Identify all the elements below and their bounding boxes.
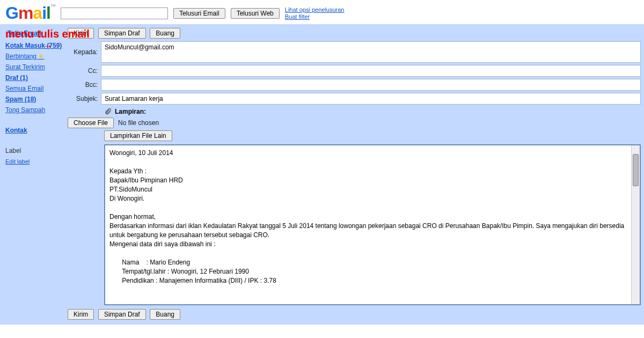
save-draft-button-bottom[interactable]: Simpan Draf [98,309,146,320]
sidebar-trash[interactable]: Tong Sampah [5,105,64,115]
sidebar-all[interactable]: Semua Email [5,83,64,94]
sidebar-sent[interactable]: Surat Terkirim [5,62,64,72]
annotation-label: menu tulis email [5,28,90,40]
message-body[interactable]: Wonogiri, 10 Juli 2014 Kepada Yth : Bapa… [105,145,631,304]
subject-label: Subjek: [68,95,101,102]
sidebar-contacts[interactable]: Kontak [5,125,64,136]
labels-header: Label [5,147,21,155]
gmail-logo: Gmail™ [5,3,55,23]
header-links: Lihat opsi penelusuran Buat filter [285,6,345,20]
annotation-arrow-icon: → [43,41,53,52]
sidebar-spam[interactable]: Spam (18) [5,94,64,105]
message-body-container: Wonogiri, 10 Juli 2014 Kepada Yth : Bapa… [104,144,641,305]
attach-more-button[interactable]: Lampirkan File Lain [104,130,172,141]
discard-button[interactable]: Buang [150,28,180,39]
header: Gmail™ Telusuri Email Telusuri Web Lihat… [0,0,644,24]
attachment-label: Lampiran: [115,108,146,115]
search-input[interactable] [61,8,168,19]
discard-button-bottom[interactable]: Buang [150,309,180,320]
to-label: Kepada: [68,48,101,56]
file-status: No file chosen [118,119,159,127]
star-icon: ★ [38,53,44,60]
search-email-button[interactable]: Telusuri Email [173,8,225,19]
paperclip-icon [104,108,112,115]
bcc-label: Bcc: [68,81,101,89]
cc-field[interactable] [101,65,641,77]
scroll-thumb[interactable] [633,154,639,186]
sidebar-starred[interactable]: Berbintang ★ [5,51,64,62]
search-options-link[interactable]: Lihat opsi penelusuran [285,6,345,13]
cc-label: Cc: [68,67,101,75]
sidebar-inbox[interactable]: Kotak Masuk (759) [5,40,64,51]
top-toolbar: Kirim Simpan Draf Buang [68,26,641,41]
send-button-bottom[interactable]: Kirim [68,309,94,320]
compose-pane: Kirim Simpan Draf Buang Kepada: SidoMunc… [64,24,644,325]
save-draft-button[interactable]: Simpan Draf [98,28,146,39]
bcc-field[interactable] [101,79,641,91]
bottom-toolbar: Kirim Simpan Draf Buang [68,307,641,322]
search-web-button[interactable]: Telusuri Web [231,8,280,19]
subject-field[interactable] [101,93,641,105]
sidebar: Tulis Email Kotak Masuk (759) Berbintang… [0,24,64,325]
sidebar-drafts[interactable]: Draf (1) [5,72,64,83]
create-filter-link[interactable]: Buat filter [285,13,345,20]
edit-label-link[interactable]: Edit label [5,156,64,167]
choose-file-button[interactable]: Choose File [68,117,114,128]
scrollbar[interactable] [631,145,640,304]
to-field[interactable]: SidoMuncul@gmail.com [101,41,641,63]
